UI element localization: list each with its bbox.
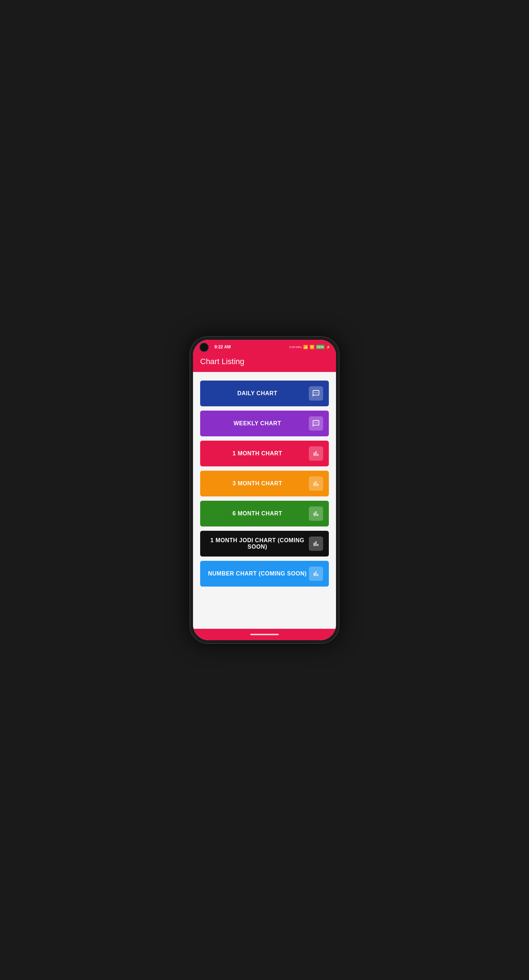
battery-icon: 51 %: [316, 345, 324, 349]
chart-btn-3month[interactable]: 3 MONTH CHART: [200, 471, 329, 496]
charging-icon: ⚡: [326, 345, 330, 349]
phone-frame: 9:22 AM 0.00 KB/s 📶 🛜 51 % ⚡ Chart Listi…: [189, 336, 340, 644]
chart-btn-icon-number: [309, 566, 323, 581]
chart-btn-weekly[interactable]: WEEKLY CHART: [200, 410, 329, 436]
chart-btn-daily[interactable]: DAILY CHART: [200, 380, 329, 406]
chart-btn-label-jodi: 1 MONTH JODI CHART (COMING SOON): [206, 537, 309, 550]
wifi-icon: 🛜: [310, 345, 315, 350]
page-title: Chart Listing: [200, 357, 329, 366]
home-indicator: [250, 634, 279, 635]
content-area: DAILY CHART WEEKLY CHART 1 MONTH CHART 3…: [193, 372, 336, 629]
chart-btn-icon-1month: [309, 446, 323, 461]
app-bar: Chart Listing: [193, 353, 336, 372]
chart-btn-icon-6month: [309, 506, 323, 521]
status-time: 9:22 AM: [214, 344, 231, 350]
chart-btn-label-1month: 1 MONTH CHART: [206, 450, 309, 457]
chart-btn-label-weekly: WEEKLY CHART: [206, 420, 309, 427]
chart-btn-icon-weekly: [309, 416, 323, 431]
chart-btn-icon-3month: [309, 476, 323, 491]
phone-screen: 9:22 AM 0.00 KB/s 📶 🛜 51 % ⚡ Chart Listi…: [193, 340, 336, 640]
chart-btn-6month[interactable]: 6 MONTH CHART: [200, 501, 329, 527]
camera-hole: [199, 343, 209, 352]
chart-btn-jodi[interactable]: 1 MONTH JODI CHART (COMING SOON): [200, 531, 329, 557]
chart-btn-number[interactable]: NUMBER CHART (COMING SOON): [200, 561, 329, 587]
chart-btn-icon-daily: [309, 386, 323, 401]
chart-btn-label-number: NUMBER CHART (COMING SOON): [206, 571, 309, 577]
chart-btn-label-6month: 6 MONTH CHART: [206, 511, 309, 517]
bottom-bar: [193, 629, 336, 640]
network-speed: 0.00 KB/s: [289, 345, 302, 349]
chart-btn-icon-jodi: [309, 536, 323, 551]
status-bar: 9:22 AM 0.00 KB/s 📶 🛜 51 % ⚡: [193, 340, 336, 353]
chart-btn-1month[interactable]: 1 MONTH CHART: [200, 441, 329, 466]
status-icons: 0.00 KB/s 📶 🛜 51 % ⚡: [289, 345, 330, 350]
chart-btn-label-daily: DAILY CHART: [206, 390, 309, 397]
signal-icon: 📶: [303, 345, 308, 350]
chart-btn-label-3month: 3 MONTH CHART: [206, 480, 309, 487]
